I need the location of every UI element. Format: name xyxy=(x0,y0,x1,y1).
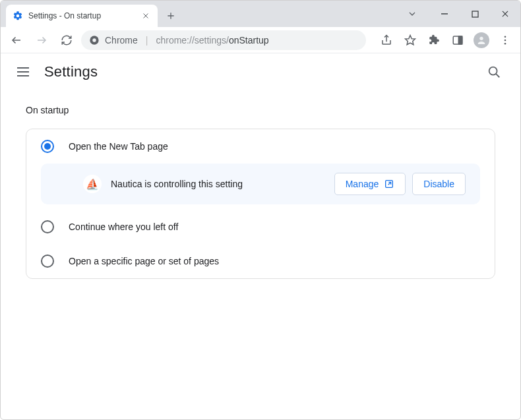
search-icon[interactable] xyxy=(482,60,506,84)
browser-titlebar: Settings - On startup xyxy=(1,1,520,27)
radio-option-new-tab[interactable]: Open the New Tab page xyxy=(26,129,495,164)
menu-hamburger-icon[interactable] xyxy=(15,64,31,80)
forward-button[interactable] xyxy=(31,30,52,51)
share-icon[interactable] xyxy=(377,30,396,50)
browser-toolbar: Chrome | chrome://settings/onStartup xyxy=(1,27,520,53)
minimize-button[interactable] xyxy=(429,3,460,24)
back-button[interactable] xyxy=(6,30,27,51)
omnibox-url: chrome://settings/onStartup xyxy=(156,35,268,45)
svg-point-17 xyxy=(479,36,483,40)
radio-icon[interactable] xyxy=(41,140,54,153)
gear-icon xyxy=(13,11,23,21)
radio-label: Open a specific page or set of pages xyxy=(69,256,219,266)
svg-rect-16 xyxy=(459,36,462,44)
disable-button-label: Disable xyxy=(423,179,454,189)
settings-content: On startup Open the New Tab page ⛵ Nauti… xyxy=(1,90,520,293)
browser-tab[interactable]: Settings - On startup xyxy=(6,5,158,27)
radio-option-continue[interactable]: Continue where you left off xyxy=(26,210,495,244)
svg-point-11 xyxy=(92,38,96,42)
startup-card: Open the New Tab page ⛵ Nautica is contr… xyxy=(26,129,495,279)
manage-button-label: Manage xyxy=(346,179,379,189)
page-title: Settings xyxy=(44,63,98,80)
extensions-icon[interactable] xyxy=(424,30,444,50)
window-controls xyxy=(400,1,520,27)
svg-point-20 xyxy=(505,42,506,44)
external-link-icon xyxy=(384,179,394,189)
manage-button[interactable]: Manage xyxy=(334,173,406,195)
new-tab-button[interactable] xyxy=(162,7,180,25)
radio-icon[interactable] xyxy=(41,220,54,233)
svg-point-18 xyxy=(505,36,506,38)
svg-point-19 xyxy=(505,39,506,41)
svg-rect-5 xyxy=(472,11,478,17)
sidepanel-icon[interactable] xyxy=(448,30,468,50)
radio-icon[interactable] xyxy=(41,255,54,268)
tab-close-button[interactable] xyxy=(140,11,151,21)
sailboat-icon: ⛵ xyxy=(83,175,102,193)
kebab-menu-icon[interactable] xyxy=(495,30,515,50)
close-window-button[interactable] xyxy=(490,3,520,24)
radio-option-specific-pages[interactable]: Open a specific page or set of pages xyxy=(26,244,495,278)
tab-title: Settings - On startup xyxy=(28,11,135,20)
chrome-product-icon xyxy=(89,35,100,45)
bookmark-star-icon[interactable] xyxy=(400,30,420,50)
address-bar[interactable]: Chrome | chrome://settings/onStartup xyxy=(81,30,366,50)
settings-header: Settings xyxy=(1,53,520,90)
radio-label: Continue where you left off xyxy=(69,222,178,232)
profile-avatar[interactable] xyxy=(472,30,491,50)
notice-text: Nautica is controlling this setting xyxy=(111,179,325,189)
disable-button[interactable]: Disable xyxy=(412,173,466,195)
svg-marker-13 xyxy=(406,35,415,44)
omnibox-prefix: Chrome xyxy=(105,35,138,45)
chevron-down-icon[interactable] xyxy=(400,9,424,19)
section-heading: On startup xyxy=(26,105,495,115)
extension-notice: ⛵ Nautica is controlling this setting Ma… xyxy=(41,164,480,204)
maximize-button[interactable] xyxy=(460,3,490,24)
reload-button[interactable] xyxy=(56,30,77,51)
svg-line-22 xyxy=(496,74,499,77)
radio-label: Open the New Tab page xyxy=(69,141,168,152)
omnibox-divider: | xyxy=(146,35,148,45)
svg-point-21 xyxy=(489,67,497,75)
